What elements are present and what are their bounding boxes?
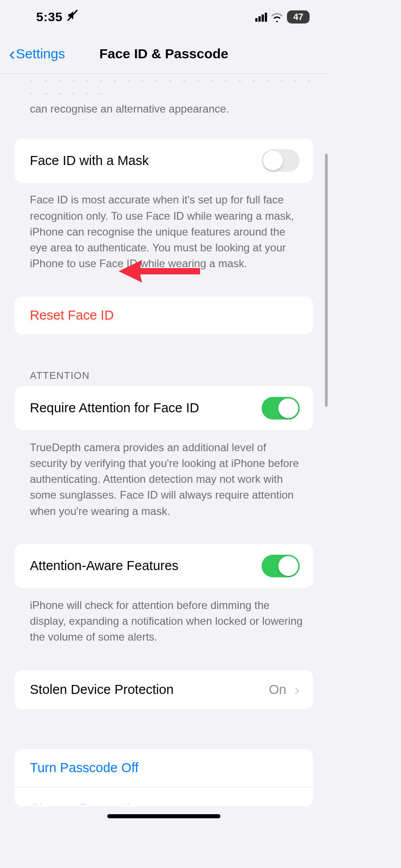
require-attention-toggle[interactable]	[262, 397, 300, 420]
turn-passcode-off-label: Turn Passcode Off	[30, 760, 138, 775]
face-id-mask-group: Face ID with a Mask	[14, 138, 313, 183]
stolen-device-cell[interactable]: Stolen Device Protection On ›	[14, 670, 313, 709]
stolen-device-value: On	[269, 682, 286, 697]
reset-face-id-group: Reset Face ID	[14, 297, 313, 335]
cellular-icon	[255, 13, 267, 22]
reset-face-id-cell[interactable]: Reset Face ID	[14, 297, 313, 335]
silent-icon	[67, 9, 78, 24]
scroll-indicator[interactable]	[325, 154, 328, 407]
status-icons: 47	[255, 10, 310, 24]
alternative-appearance-footer: can recognise an alternative appearance.	[0, 99, 328, 126]
wifi-icon	[271, 12, 283, 22]
stolen-device-label: Stolen Device Protection	[30, 682, 174, 697]
attention-aware-cell[interactable]: Attention-Aware Features	[14, 544, 313, 588]
phone-frame: 5:35 4	[0, 0, 328, 825]
back-label: Settings	[16, 46, 65, 61]
passcode-actions-group: Turn Passcode Off Change Passcode	[14, 749, 313, 807]
attention-aware-group: Attention-Aware Features	[14, 544, 313, 588]
settings-content: - - - - - - - - - - - - - - - - - - - - …	[0, 74, 328, 825]
nav-bar: ‹ Settings Face ID & Passcode	[0, 34, 328, 74]
battery-icon: 47	[287, 10, 310, 24]
require-attention-label: Require Attention for Face ID	[30, 401, 199, 415]
require-attention-footer: TrueDepth camera provides an additional …	[0, 430, 328, 519]
face-id-mask-label: Face ID with a Mask	[30, 153, 149, 168]
face-id-mask-cell[interactable]: Face ID with a Mask	[14, 138, 313, 183]
turn-passcode-off-cell[interactable]: Turn Passcode Off	[14, 749, 313, 787]
clipped-prior-text: - - - - - - - - - - - - - - - - - - - - …	[0, 74, 328, 99]
attention-aware-toggle[interactable]	[262, 555, 300, 577]
back-button[interactable]: ‹ Settings	[9, 45, 65, 63]
stolen-device-group: Stolen Device Protection On ›	[14, 670, 313, 709]
chevron-right-icon: ›	[295, 681, 300, 698]
face-id-mask-toggle[interactable]	[262, 149, 300, 172]
change-passcode-cell[interactable]: Change Passcode	[14, 787, 313, 807]
attention-aware-footer: iPhone will check for attention before d…	[0, 588, 328, 645]
change-passcode-label: Change Passcode	[30, 801, 137, 805]
require-attention-group: Require Attention for Face ID	[14, 386, 313, 430]
status-bar: 5:35 4	[0, 0, 328, 34]
status-time: 5:35	[36, 10, 62, 24]
attention-section-header: ATTENTION	[0, 370, 328, 386]
face-id-mask-footer: Face ID is most accurate when it's set u…	[0, 183, 328, 271]
status-time-area: 5:35	[36, 9, 78, 24]
battery-level: 47	[293, 12, 303, 22]
chevron-left-icon: ‹	[9, 45, 15, 63]
attention-aware-label: Attention-Aware Features	[30, 558, 178, 573]
reset-face-id-label: Reset Face ID	[30, 308, 114, 323]
home-indicator[interactable]	[107, 814, 220, 818]
require-attention-cell[interactable]: Require Attention for Face ID	[14, 386, 313, 430]
